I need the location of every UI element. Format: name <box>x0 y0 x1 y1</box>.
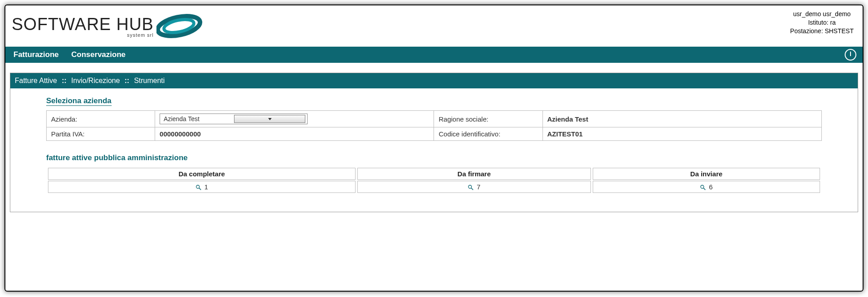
logo: SOFTWARE HUB system srl <box>12 8 210 44</box>
logo-text: SOFTWARE HUB <box>12 15 154 34</box>
label-codice: Codice identificativo: <box>434 127 542 141</box>
cell-inviare[interactable]: 6 <box>593 181 820 193</box>
content: Seleziona azienda Azienda: Azienda Test … <box>10 88 858 212</box>
svg-point-4 <box>469 185 472 188</box>
section-title-azienda: Seleziona azienda <box>46 96 112 106</box>
user-info: usr_demo usr_demo Istituto: ra Postazion… <box>790 8 856 35</box>
magnifier-icon <box>700 184 706 191</box>
section-title-fatture: fatture attive pubblica amministrazione <box>46 153 188 162</box>
sub-nav: Fatture Attive :: Invio/Ricezione :: Str… <box>10 73 858 88</box>
magnifier-icon <box>468 184 474 191</box>
svg-point-6 <box>701 185 704 188</box>
subnav-sep: :: <box>125 77 130 84</box>
count-inviare: 6 <box>709 183 712 191</box>
main-nav: Fatturazione Conservazione <box>5 47 863 63</box>
label-azienda: Azienda: <box>47 111 155 127</box>
cell-completare[interactable]: 1 <box>48 181 356 193</box>
svg-line-7 <box>703 188 705 190</box>
count-completare: 1 <box>204 183 208 191</box>
postazione-value: SHSTEST <box>825 27 854 35</box>
swirl-icon <box>156 8 210 44</box>
col-header-completare: Da completare <box>48 168 356 180</box>
user-name: usr_demo usr_demo <box>790 10 854 18</box>
count-firmare: 7 <box>477 183 480 191</box>
postazione-label: Postazione: <box>790 27 823 35</box>
svg-line-5 <box>471 188 473 190</box>
value-ragione: Azienda Test <box>542 111 821 127</box>
label-piva: Partita IVA: <box>47 127 155 141</box>
power-icon[interactable] <box>845 49 856 61</box>
istituto-value: ra <box>830 19 835 26</box>
value-codice: AZITEST01 <box>542 127 821 141</box>
nav-item-fatturazione[interactable]: Fatturazione <box>13 50 59 59</box>
chevron-down-icon <box>234 115 305 123</box>
svg-point-2 <box>196 185 200 188</box>
subnav-item-strumenti[interactable]: Strumenti <box>134 77 165 84</box>
header: SOFTWARE HUB system srl usr_demo usr_dem… <box>5 5 863 44</box>
azienda-select-value: Azienda Test <box>164 115 234 122</box>
value-piva: 00000000000 <box>155 127 434 141</box>
label-ragione: Ragione sociale: <box>434 111 542 127</box>
azienda-table: Azienda: Azienda Test Ragione sociale: A… <box>46 110 822 141</box>
logo-subtext: system srl <box>12 32 154 38</box>
subnav-item-fatture-attive[interactable]: Fatture Attive <box>15 77 57 84</box>
subnav-item-invio[interactable]: Invio/Ricezione <box>71 77 120 84</box>
istituto-label: Istituto: <box>808 19 828 26</box>
magnifier-icon <box>195 184 202 191</box>
nav-item-conservazione[interactable]: Conservazione <box>71 50 126 59</box>
col-header-inviare: Da inviare <box>593 168 820 180</box>
app-frame: SOFTWARE HUB system srl usr_demo usr_dem… <box>4 4 864 292</box>
svg-line-3 <box>199 188 201 190</box>
subnav-sep: :: <box>62 77 67 84</box>
col-header-firmare: Da firmare <box>357 168 591 180</box>
status-table: Da completare Da firmare Da inviare 1 7 <box>46 167 822 194</box>
cell-firmare[interactable]: 7 <box>357 181 591 193</box>
azienda-select[interactable]: Azienda Test <box>160 114 308 124</box>
